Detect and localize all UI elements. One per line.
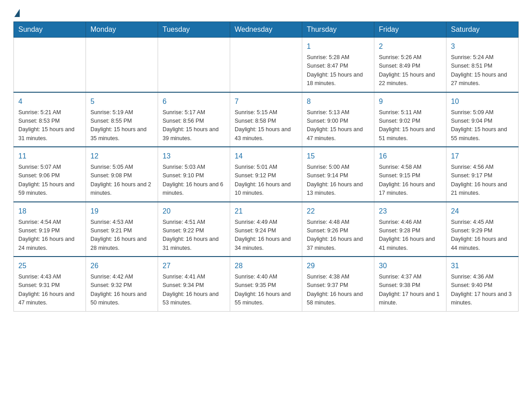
logo-text [13, 9, 21, 17]
day-info: Sunrise: 4:38 AMSunset: 9:37 PMDaylight:… [307, 273, 369, 308]
calendar-cell: 23Sunrise: 4:46 AMSunset: 9:28 PMDayligh… [374, 202, 446, 257]
day-number: 28 [235, 261, 297, 271]
calendar-cell: 19Sunrise: 4:53 AMSunset: 9:21 PMDayligh… [86, 202, 158, 257]
calendar-cell: 13Sunrise: 5:03 AMSunset: 9:10 PMDayligh… [158, 147, 230, 202]
day-number: 3 [451, 41, 514, 52]
day-number: 25 [18, 261, 81, 271]
day-info: Sunrise: 5:11 AMSunset: 9:02 PMDaylight:… [379, 108, 442, 143]
day-info: Sunrise: 4:40 AMSunset: 9:35 PMDaylight:… [235, 273, 297, 308]
calendar-cell: 3Sunrise: 5:24 AMSunset: 8:51 PMDaylight… [446, 38, 519, 92]
day-info: Sunrise: 5:05 AMSunset: 9:08 PMDaylight:… [90, 163, 153, 198]
day-number: 18 [18, 206, 81, 217]
day-number: 26 [90, 261, 153, 271]
day-info: Sunrise: 5:17 AMSunset: 8:56 PMDaylight:… [163, 108, 225, 143]
calendar-cell: 24Sunrise: 4:45 AMSunset: 9:29 PMDayligh… [446, 202, 519, 257]
day-info: Sunrise: 5:03 AMSunset: 9:10 PMDaylight:… [163, 163, 225, 198]
day-number: 6 [163, 96, 225, 107]
column-header-monday: Monday [86, 22, 158, 38]
day-info: Sunrise: 4:49 AMSunset: 9:24 PMDaylight:… [235, 218, 297, 253]
day-number: 12 [90, 151, 153, 162]
day-number: 4 [18, 96, 81, 107]
day-info: Sunrise: 5:09 AMSunset: 9:04 PMDaylight:… [451, 108, 514, 143]
day-number: 5 [90, 96, 153, 107]
column-header-thursday: Thursday [302, 22, 374, 38]
day-number: 9 [379, 96, 442, 107]
calendar-cell: 1Sunrise: 5:28 AMSunset: 8:47 PMDaylight… [302, 38, 374, 92]
day-info: Sunrise: 4:37 AMSunset: 9:38 PMDaylight:… [379, 273, 442, 308]
calendar-cell [230, 38, 302, 92]
day-number: 31 [451, 261, 514, 271]
day-info: Sunrise: 4:45 AMSunset: 9:29 PMDaylight:… [451, 218, 514, 253]
calendar-cell [86, 38, 158, 92]
column-header-saturday: Saturday [446, 22, 519, 38]
day-number: 16 [379, 151, 442, 162]
day-number: 7 [235, 96, 297, 107]
day-info: Sunrise: 4:54 AMSunset: 9:19 PMDaylight:… [18, 218, 81, 253]
day-number: 21 [235, 206, 297, 217]
calendar-cell: 22Sunrise: 4:48 AMSunset: 9:26 PMDayligh… [302, 202, 374, 257]
calendar-week-row: 25Sunrise: 4:43 AMSunset: 9:31 PMDayligh… [14, 257, 519, 311]
calendar-cell: 12Sunrise: 5:05 AMSunset: 9:08 PMDayligh… [86, 147, 158, 202]
day-info: Sunrise: 4:42 AMSunset: 9:32 PMDaylight:… [90, 273, 153, 308]
calendar-cell: 18Sunrise: 4:54 AMSunset: 9:19 PMDayligh… [14, 202, 86, 257]
column-header-sunday: Sunday [14, 22, 86, 38]
day-info: Sunrise: 4:36 AMSunset: 9:40 PMDaylight:… [451, 273, 514, 308]
calendar-cell: 21Sunrise: 4:49 AMSunset: 9:24 PMDayligh… [230, 202, 302, 257]
calendar-cell: 11Sunrise: 5:07 AMSunset: 9:06 PMDayligh… [14, 147, 86, 202]
calendar-cell: 27Sunrise: 4:41 AMSunset: 9:34 PMDayligh… [158, 257, 230, 311]
day-info: Sunrise: 5:28 AMSunset: 8:47 PMDaylight:… [307, 53, 369, 88]
calendar-cell: 10Sunrise: 5:09 AMSunset: 9:04 PMDayligh… [446, 92, 519, 147]
calendar-cell: 20Sunrise: 4:51 AMSunset: 9:22 PMDayligh… [158, 202, 230, 257]
day-number: 29 [307, 261, 369, 271]
calendar-cell: 26Sunrise: 4:42 AMSunset: 9:32 PMDayligh… [86, 257, 158, 311]
calendar-cell: 30Sunrise: 4:37 AMSunset: 9:38 PMDayligh… [374, 257, 446, 311]
day-number: 2 [379, 41, 442, 52]
day-number: 27 [163, 261, 225, 271]
calendar-cell: 25Sunrise: 4:43 AMSunset: 9:31 PMDayligh… [14, 257, 86, 311]
calendar-cell: 5Sunrise: 5:19 AMSunset: 8:55 PMDaylight… [86, 92, 158, 147]
day-number: 10 [451, 96, 514, 107]
logo [13, 9, 21, 17]
calendar-cell [14, 38, 86, 92]
day-number: 1 [307, 41, 369, 52]
day-info: Sunrise: 5:13 AMSunset: 9:00 PMDaylight:… [307, 108, 369, 143]
calendar-cell: 15Sunrise: 5:00 AMSunset: 9:14 PMDayligh… [302, 147, 374, 202]
day-number: 11 [18, 151, 81, 162]
day-info: Sunrise: 5:07 AMSunset: 9:06 PMDaylight:… [18, 163, 81, 198]
column-header-tuesday: Tuesday [158, 22, 230, 38]
calendar-cell: 16Sunrise: 4:58 AMSunset: 9:15 PMDayligh… [374, 147, 446, 202]
day-number: 23 [379, 206, 442, 217]
day-info: Sunrise: 5:01 AMSunset: 9:12 PMDaylight:… [235, 163, 297, 198]
calendar-week-row: 1Sunrise: 5:28 AMSunset: 8:47 PMDaylight… [14, 38, 519, 92]
calendar-header-row: SundayMondayTuesdayWednesdayThursdayFrid… [14, 22, 519, 38]
day-info: Sunrise: 5:00 AMSunset: 9:14 PMDaylight:… [307, 163, 369, 198]
calendar-cell: 28Sunrise: 4:40 AMSunset: 9:35 PMDayligh… [230, 257, 302, 311]
day-number: 22 [307, 206, 369, 217]
day-info: Sunrise: 5:24 AMSunset: 8:51 PMDaylight:… [451, 53, 514, 88]
page-header [13, 9, 519, 17]
calendar-cell [158, 38, 230, 92]
day-number: 13 [163, 151, 225, 162]
calendar-week-row: 18Sunrise: 4:54 AMSunset: 9:19 PMDayligh… [14, 202, 519, 257]
day-number: 14 [235, 151, 297, 162]
calendar-week-row: 4Sunrise: 5:21 AMSunset: 8:53 PMDaylight… [14, 92, 519, 147]
day-info: Sunrise: 4:48 AMSunset: 9:26 PMDaylight:… [307, 218, 369, 253]
day-number: 19 [90, 206, 153, 217]
day-number: 15 [307, 151, 369, 162]
calendar-week-row: 11Sunrise: 5:07 AMSunset: 9:06 PMDayligh… [14, 147, 519, 202]
day-number: 20 [163, 206, 225, 217]
day-number: 30 [379, 261, 442, 271]
day-info: Sunrise: 4:41 AMSunset: 9:34 PMDaylight:… [163, 273, 225, 308]
day-info: Sunrise: 4:58 AMSunset: 9:15 PMDaylight:… [379, 163, 442, 198]
calendar-cell: 6Sunrise: 5:17 AMSunset: 8:56 PMDaylight… [158, 92, 230, 147]
day-info: Sunrise: 4:56 AMSunset: 9:17 PMDaylight:… [451, 163, 514, 198]
day-info: Sunrise: 4:46 AMSunset: 9:28 PMDaylight:… [379, 218, 442, 253]
day-info: Sunrise: 5:21 AMSunset: 8:53 PMDaylight:… [18, 108, 81, 143]
logo-blue-part [13, 9, 21, 17]
day-info: Sunrise: 5:26 AMSunset: 8:49 PMDaylight:… [379, 53, 442, 88]
day-info: Sunrise: 4:53 AMSunset: 9:21 PMDaylight:… [90, 218, 153, 253]
day-info: Sunrise: 4:51 AMSunset: 9:22 PMDaylight:… [163, 218, 225, 253]
day-info: Sunrise: 5:19 AMSunset: 8:55 PMDaylight:… [90, 108, 153, 143]
day-number: 8 [307, 96, 369, 107]
day-info: Sunrise: 5:15 AMSunset: 8:58 PMDaylight:… [235, 108, 297, 143]
